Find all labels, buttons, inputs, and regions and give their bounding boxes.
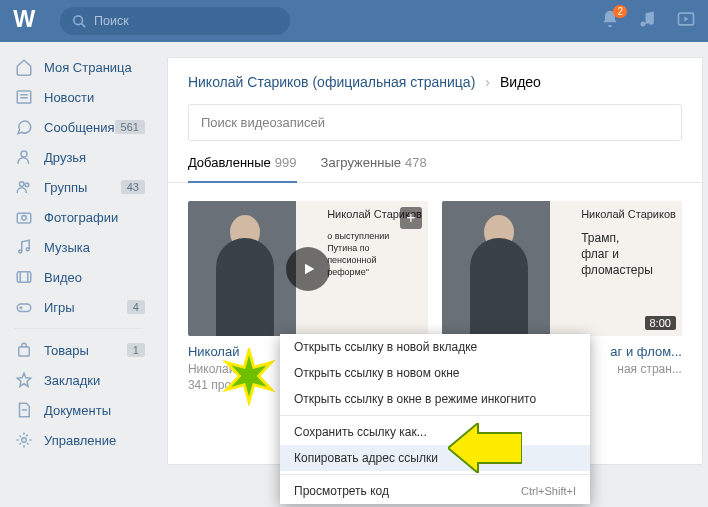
ctx-separator [280,474,590,475]
context-menu: Открыть ссылку в новой вкладке Открыть с… [280,334,590,504]
svg-point-1 [74,16,83,25]
bag-icon [14,340,34,360]
sidebar-item-games[interactable]: Игры4 [0,292,157,322]
ctx-copy-link-address[interactable]: Копировать адрес ссылки [280,445,590,471]
play-button[interactable] [286,247,330,291]
tab-added[interactable]: Добавленные999 [188,155,297,182]
ctx-inspect[interactable]: Просмотреть кодCtrl+Shift+I [280,478,590,504]
sidebar-item-video[interactable]: Видео [0,262,157,292]
sidebar-item-documents[interactable]: Документы [0,395,157,425]
gear-icon [14,430,34,450]
user-icon [14,147,34,167]
breadcrumb-current: Видео [500,74,541,90]
ctx-separator [280,415,590,416]
ctx-open-incognito[interactable]: Открыть ссылку в окне в режиме инкогнито [280,386,590,412]
svg-point-11 [22,216,27,221]
notifications-icon[interactable]: 2 [600,9,620,33]
music-icon[interactable] [638,9,658,33]
ctx-open-new-window[interactable]: Открыть ссылку в новом окне [280,360,590,386]
svg-rect-14 [17,272,31,283]
play-icon[interactable] [676,9,696,33]
camera-icon [14,207,34,227]
ctx-open-new-tab[interactable]: Открыть ссылку в новой вкладке [280,334,590,360]
sidebar: Моя Страница Новости Сообщения561 Друзья… [0,42,157,465]
top-header: W 2 [0,0,708,42]
svg-point-7 [21,151,27,157]
svg-line-2 [82,24,86,28]
tab-uploaded[interactable]: Загруженные478 [321,155,427,182]
svg-rect-20 [19,347,30,356]
svg-rect-17 [17,304,31,312]
svg-point-22 [22,438,27,443]
search-input[interactable] [94,14,278,28]
annotation-star [220,348,278,410]
video-search-input[interactable]: Поиск видеозаписей [188,104,682,141]
search-icon [72,14,86,28]
chevron-right-icon: › [485,74,490,90]
sidebar-item-news[interactable]: Новости [0,82,157,112]
video-thumbnail[interactable]: Николай СтариковТрамп, флаг и фломастеры… [442,201,682,336]
tabs: Добавленные999 Загруженные478 [168,141,702,183]
video-thumbnail[interactable]: Николай Стариково выступлении Путина по … [188,201,428,336]
sidebar-item-groups[interactable]: Группы43 [0,172,157,202]
sidebar-item-goods[interactable]: Товары1 [0,335,157,365]
svg-rect-10 [17,213,31,223]
svg-point-12 [19,250,22,253]
document-icon [14,400,34,420]
sidebar-item-bookmarks[interactable]: Закладки [0,365,157,395]
sidebar-item-music[interactable]: Музыка [0,232,157,262]
sidebar-item-messages[interactable]: Сообщения561 [0,112,157,142]
breadcrumb-parent[interactable]: Николай Стариков (официальная страница) [188,74,475,90]
video-icon [14,267,34,287]
home-icon [14,57,34,77]
video-duration: 8:00 [645,316,676,330]
ctx-save-link-as[interactable]: Сохранить ссылку как... [280,419,590,445]
sidebar-separator [14,328,143,329]
annotation-arrow [448,423,522,477]
sidebar-item-friends[interactable]: Друзья [0,142,157,172]
add-to-list-button[interactable]: + [400,207,422,229]
search-box[interactable] [60,7,290,35]
sidebar-item-my-page[interactable]: Моя Страница [0,52,157,82]
note-icon [14,237,34,257]
sidebar-item-manage[interactable]: Управление [0,425,157,455]
star-icon [14,370,34,390]
svg-point-8 [20,182,25,187]
breadcrumb: Николай Стариков (официальная страница) … [168,58,702,104]
notification-badge: 2 [613,5,627,18]
svg-text:W: W [13,6,35,32]
svg-point-9 [25,183,29,187]
svg-point-13 [26,248,29,251]
sidebar-item-photos[interactable]: Фотографии [0,202,157,232]
users-icon [14,177,34,197]
vk-logo[interactable]: W [12,5,40,37]
message-icon [14,117,34,137]
news-icon [14,87,34,107]
gamepad-icon [14,297,34,317]
